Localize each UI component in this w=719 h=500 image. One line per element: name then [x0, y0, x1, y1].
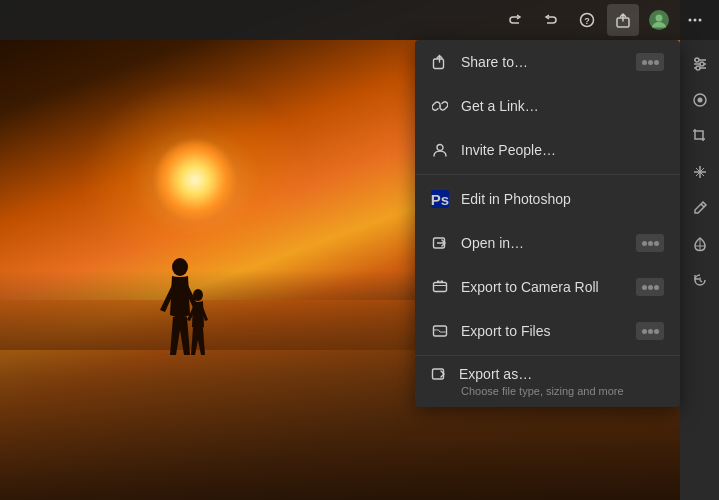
invite-people-label: Invite People…	[461, 142, 664, 158]
svg-rect-25	[434, 283, 447, 292]
help-button[interactable]: ?	[571, 4, 603, 36]
crop-icon[interactable]	[684, 120, 716, 152]
svg-line-20	[700, 281, 702, 283]
svg-point-1	[193, 289, 203, 301]
share-to-icon	[431, 53, 449, 71]
context-menu: Share to… Get a Link… Invite People… Ps	[415, 40, 680, 407]
menu-item-invite-people[interactable]: Invite People…	[415, 128, 680, 172]
svg-point-9	[699, 19, 702, 22]
export-files-icon	[431, 322, 449, 340]
photoshop-icon: Ps	[431, 190, 449, 208]
history-icon[interactable]	[684, 264, 716, 296]
invite-people-icon	[431, 141, 449, 159]
svg-point-8	[694, 19, 697, 22]
svg-point-15	[696, 66, 700, 70]
svg-point-7	[689, 19, 692, 22]
right-sidebar	[680, 40, 719, 500]
svg-point-6	[656, 15, 663, 22]
export-camera-roll-label: Export to Camera Roll	[461, 279, 624, 295]
export-files-label: Export to Files	[461, 323, 624, 339]
svg-point-0	[172, 258, 188, 276]
svg-point-13	[695, 58, 699, 62]
share-button[interactable]	[607, 4, 639, 36]
svg-rect-28	[434, 326, 447, 336]
edit-photoshop-label: Edit in Photoshop	[461, 191, 664, 207]
svg-rect-27	[441, 281, 444, 284]
get-link-label: Get a Link…	[461, 98, 664, 114]
export-files-badge	[636, 322, 664, 340]
svg-point-17	[697, 98, 702, 103]
export-as-icon	[431, 366, 447, 382]
share-to-label: Share to…	[461, 54, 624, 70]
more-options-button[interactable]	[679, 4, 711, 36]
open-in-badge	[636, 234, 664, 252]
menu-item-open-in[interactable]: Open in…	[415, 221, 680, 265]
menu-item-share-to[interactable]: Share to…	[415, 40, 680, 84]
export-as-description: Choose file type, sizing and more	[431, 385, 664, 397]
menu-divider-2	[415, 355, 680, 356]
link-icon	[431, 97, 449, 115]
menu-item-edit-photoshop[interactable]: Ps Edit in Photoshop	[415, 177, 680, 221]
menu-divider-1	[415, 174, 680, 175]
menu-item-export-camera-roll[interactable]: Export to Camera Roll	[415, 265, 680, 309]
silhouette-svg	[120, 255, 240, 385]
menu-item-export-as[interactable]: Export as… Choose file type, sizing and …	[415, 358, 680, 407]
retouch-icon[interactable]	[684, 192, 716, 224]
export-camera-roll-badge	[636, 278, 664, 296]
svg-line-18	[701, 204, 704, 207]
svg-rect-29	[433, 369, 444, 379]
svg-text:?: ?	[584, 16, 590, 26]
svg-rect-26	[437, 281, 440, 284]
top-toolbar: ?	[0, 0, 719, 40]
menu-item-get-link[interactable]: Get a Link…	[415, 84, 680, 128]
camera-roll-icon	[431, 278, 449, 296]
svg-point-14	[700, 62, 704, 66]
profile-button[interactable]	[643, 4, 675, 36]
open-in-label: Open in…	[461, 235, 624, 251]
svg-rect-21	[434, 59, 444, 69]
svg-point-22	[437, 145, 443, 151]
share-to-badge	[636, 53, 664, 71]
open-in-icon	[431, 234, 449, 252]
adjustments-icon[interactable]	[684, 48, 716, 80]
geometry-icon[interactable]	[684, 228, 716, 260]
healing-icon[interactable]	[684, 156, 716, 188]
redo-button[interactable]	[499, 4, 531, 36]
select-icon[interactable]	[684, 84, 716, 116]
undo-button[interactable]	[535, 4, 567, 36]
export-as-label: Export as…	[459, 366, 532, 382]
menu-item-export-files[interactable]: Export to Files	[415, 309, 680, 353]
